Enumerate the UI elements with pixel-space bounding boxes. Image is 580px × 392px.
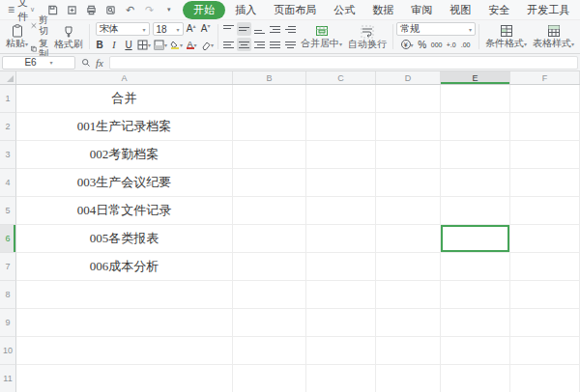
cell-D10[interactable]: [376, 337, 441, 365]
font-size-select[interactable]: 18▾: [153, 22, 184, 36]
cell-C10[interactable]: [306, 337, 376, 365]
cell-B9[interactable]: [233, 309, 306, 337]
cell-B3[interactable]: [233, 141, 306, 169]
cell-B10[interactable]: [233, 337, 306, 365]
cell-F11[interactable]: [510, 365, 580, 392]
cell-C8[interactable]: [306, 281, 376, 309]
cell-E9[interactable]: [441, 309, 510, 337]
cell-D9[interactable]: [376, 309, 441, 337]
row-header-7[interactable]: 7: [0, 253, 16, 281]
cell-shading-button[interactable]: ▾: [153, 38, 168, 51]
fx-icon[interactable]: fx: [96, 57, 103, 69]
menu-tab-2[interactable]: 插入: [227, 1, 264, 19]
justify-button[interactable]: [268, 38, 282, 51]
paste-button[interactable]: 粘贴▾: [3, 21, 31, 52]
cell-C6[interactable]: [306, 225, 376, 253]
column-header-E[interactable]: E: [441, 71, 510, 84]
row-header-11[interactable]: 11: [0, 365, 16, 392]
cell-C11[interactable]: [306, 365, 376, 392]
decrease-decimal-button[interactable]: .00: [459, 38, 473, 51]
cell-E5[interactable]: [441, 197, 510, 225]
cell-D11[interactable]: [376, 365, 441, 392]
cell-E7[interactable]: [441, 253, 510, 281]
cell-D3[interactable]: [376, 141, 441, 169]
undo-icon[interactable]: ↶: [124, 4, 136, 16]
name-box[interactable]: E6 ▾: [2, 56, 75, 70]
cell-E6[interactable]: [441, 225, 510, 253]
row-header-10[interactable]: 10: [0, 337, 16, 365]
align-top-button[interactable]: [221, 22, 236, 36]
conditional-format-button[interactable]: 条件格式▾: [482, 21, 530, 52]
cell-B1[interactable]: [233, 85, 306, 113]
print-icon[interactable]: [85, 4, 98, 16]
align-bottom-button[interactable]: [252, 22, 267, 36]
print-preview-icon[interactable]: [104, 4, 117, 16]
cell-B4[interactable]: [233, 169, 306, 197]
column-header-B[interactable]: B: [233, 71, 306, 84]
cell-C4[interactable]: [306, 169, 376, 197]
cell-A7[interactable]: 006成本分析: [16, 253, 233, 281]
percent-button[interactable]: %: [416, 38, 429, 51]
currency-button[interactable]: ¥▾: [400, 38, 415, 51]
cell-F4[interactable]: [510, 169, 580, 197]
decrease-font-button[interactable]: A▾: [199, 22, 213, 36]
menu-tab-7[interactable]: 视图: [442, 1, 478, 19]
cell-F9[interactable]: [510, 309, 580, 337]
cell-F3[interactable]: [510, 141, 580, 169]
cell-E1[interactable]: [441, 85, 510, 113]
number-format-select[interactable]: 常规▾: [396, 22, 476, 36]
cell-B7[interactable]: [233, 253, 306, 281]
cell-A4[interactable]: 003生产会议纪要: [16, 169, 233, 197]
row-header-8[interactable]: 8: [0, 281, 16, 309]
align-center-button[interactable]: [237, 38, 251, 51]
cell-E11[interactable]: [441, 365, 510, 392]
cell-E3[interactable]: [441, 141, 510, 169]
distributed-button[interactable]: [283, 38, 298, 51]
format-painter-button[interactable]: 格式刷: [51, 21, 86, 52]
increase-decimal-button[interactable]: +.0: [445, 38, 458, 51]
increase-indent-button[interactable]: [283, 22, 298, 36]
cell-C9[interactable]: [306, 309, 376, 337]
thousands-button[interactable]: 000: [430, 38, 444, 51]
row-header-5[interactable]: 5: [0, 197, 16, 225]
row-header-6[interactable]: 6: [0, 225, 16, 253]
column-header-C[interactable]: C: [306, 71, 376, 84]
cell-B11[interactable]: [233, 365, 306, 392]
cell-F6[interactable]: [510, 225, 580, 253]
cell-F10[interactable]: [510, 337, 580, 365]
column-header-A[interactable]: A: [16, 71, 233, 84]
cell-B8[interactable]: [233, 281, 306, 309]
cell-F8[interactable]: [510, 281, 580, 309]
font-name-select[interactable]: 宋体▾: [96, 22, 150, 36]
cell-F2[interactable]: [510, 113, 580, 141]
insert-function-search-icon[interactable]: [81, 58, 91, 68]
menu-tab-9[interactable]: 开发工具: [519, 1, 577, 19]
cell-D7[interactable]: [376, 253, 441, 281]
underline-button[interactable]: U: [122, 38, 135, 51]
fill-color-button[interactable]: ▾: [169, 38, 184, 51]
menu-tab-8[interactable]: 安全: [480, 1, 517, 19]
row-header-3[interactable]: 3: [0, 141, 16, 169]
wrap-text-button[interactable]: 自动换行: [345, 21, 390, 52]
cell-B5[interactable]: [233, 197, 306, 225]
table-style-button[interactable]: 表格样式▾: [530, 21, 577, 52]
cell-D6[interactable]: [376, 225, 441, 253]
align-left-button[interactable]: [221, 38, 236, 51]
bold-button[interactable]: B: [93, 38, 106, 51]
cell-D8[interactable]: [376, 281, 441, 309]
row-header-4[interactable]: 4: [0, 169, 16, 197]
align-right-button[interactable]: [252, 38, 267, 51]
cell-D2[interactable]: [376, 113, 441, 141]
menu-tab-3[interactable]: 页面布局: [266, 1, 324, 19]
cell-A8[interactable]: [16, 281, 233, 309]
cell-E8[interactable]: [441, 281, 510, 309]
cell-B6[interactable]: [233, 225, 306, 253]
cell-C2[interactable]: [306, 113, 376, 141]
cell-F7[interactable]: [510, 253, 580, 281]
cell-D4[interactable]: [376, 169, 441, 197]
cell-A9[interactable]: [16, 309, 233, 337]
menu-tab-6[interactable]: 审阅: [403, 1, 440, 19]
column-header-D[interactable]: D: [376, 71, 441, 84]
menu-tab-1-active[interactable]: 开始: [183, 1, 225, 19]
cell-F5[interactable]: [510, 197, 580, 225]
